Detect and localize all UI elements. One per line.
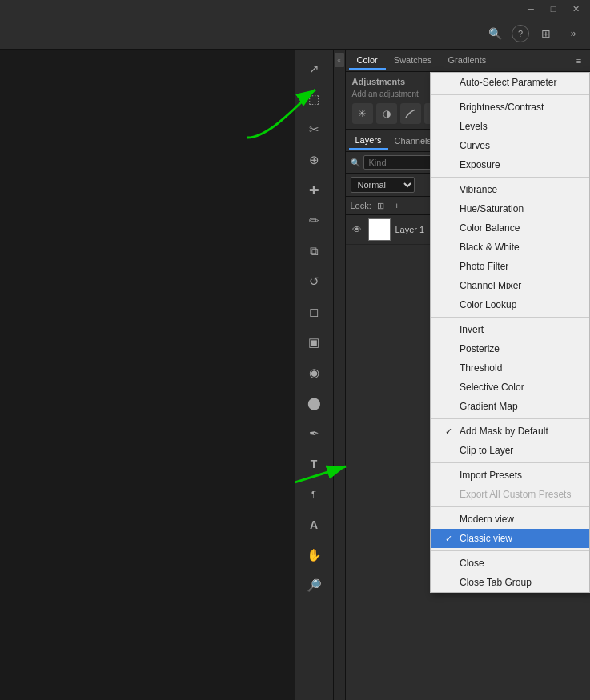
lock-position-icon[interactable]: + [391,199,403,212]
menu-item-text-posterize: Posterize [460,343,575,354]
lasso-tool[interactable]: ⬚ [299,85,328,114]
history-brush-tool[interactable]: ↺ [299,267,328,296]
path-selection-tool[interactable]: ¶ [299,480,328,509]
menu-item-invert[interactable]: Invert [431,320,589,339]
minimize-button[interactable]: ─ [520,0,542,18]
menu-item-text-close-tab-group: Close Tab Group [460,577,575,588]
canvas-area [0,50,295,700]
menu-item-text-curves: Curves [460,140,575,151]
menu-item-text-modern-view: Modern view [460,514,575,525]
menu-item-text-color-lookup: Color Lookup [460,299,575,310]
menu-separator [431,418,589,419]
eraser-tool[interactable]: ◻ [299,298,328,326]
tab-color[interactable]: Color [349,52,386,70]
brightness-adj-icon[interactable]: ☀ [352,103,373,124]
menu-item-text-hue-saturation: Hue/Saturation [460,203,575,214]
menu-separator [431,177,589,178]
menu-separator [431,506,589,507]
menu-item-text-black-white: Black & White [460,242,575,253]
move-tool[interactable]: ↗ [299,54,328,83]
color-panel-tabs: Color Swatches Gradients ≡ [346,50,591,72]
levels-adj-icon[interactable]: ◑ [376,103,397,124]
menu-item-close-tab-group[interactable]: Close Tab Group [431,573,589,592]
eyedropper-tool[interactable]: ⊕ [299,146,328,174]
hand-tool[interactable]: ✋ [299,541,328,570]
help-icon[interactable]: ? [512,25,529,42]
curves-adj-icon[interactable] [400,103,421,124]
blend-mode-select[interactable]: Normal Multiply Screen Overlay [351,177,415,193]
zoom-tool[interactable]: 🔎 [299,571,328,600]
maximize-button[interactable]: □ [542,0,564,18]
top-toolbar: 🔍 ? ⊞ » [0,18,590,50]
search-icon-layers: 🔍 [351,158,360,167]
menu-item-color-balance[interactable]: Color Balance [431,218,589,238]
close-button[interactable]: ✕ [564,0,587,18]
menu-separator [431,94,589,95]
menu-item-text-channel-mixer: Channel Mixer [460,280,575,291]
menu-item-text-photo-filter: Photo Filter [460,261,575,272]
menu-item-text-levels: Levels [460,121,575,132]
menu-item-import-presets[interactable]: Import Presets [431,466,589,485]
menu-item-text-threshold: Threshold [460,362,575,374]
menu-item-modern-view[interactable]: Modern view [431,510,589,529]
menu-item-channel-mixer[interactable]: Channel Mixer [431,276,589,295]
menu-item-text-gradient-map: Gradient Map [460,401,575,412]
lock-label: Lock: [351,201,371,210]
tab-layers[interactable]: Layers [349,132,388,150]
type-tool[interactable]: T [299,450,328,478]
layout-icon[interactable]: ⊞ [536,23,556,44]
menu-separator [431,550,589,551]
context-menu: Auto-Select ParameterBrightness/Contrast… [430,72,590,593]
brush-tool[interactable]: ✏ [299,206,328,235]
menu-item-posterize[interactable]: Posterize [431,339,589,358]
menu-item-text-auto-select: Auto-Select Parameter [460,77,575,88]
menu-item-clip-to-layer[interactable]: Clip to Layer [431,441,589,460]
panels-wrapper: ↗ ⬚ ✂ ⊕ ✚ ✏ ⧉ ↺ ◻ ▣ ◉ ⬤ ✒ T ¶ A ✋ 🔎 « [295,50,591,700]
collapse-button[interactable]: « [335,53,344,67]
menu-item-export-presets: Export All Custom Presets [431,485,589,504]
menu-item-levels[interactable]: Levels [431,117,589,136]
menu-item-black-white[interactable]: Black & White [431,238,589,257]
menu-item-curves[interactable]: Curves [431,136,589,155]
dodge-tool[interactable]: ⬤ [299,389,328,418]
healing-tool[interactable]: ✚ [299,176,328,205]
menu-item-color-lookup[interactable]: Color Lookup [431,295,589,314]
shape-tool[interactable]: A [299,510,328,539]
menu-item-selective-color[interactable]: Selective Color [431,378,589,397]
menu-item-text-exposure: Exposure [460,159,575,170]
menu-item-text-invert: Invert [460,324,575,335]
blur-tool[interactable]: ◉ [299,358,328,387]
menu-item-text-brightness: Brightness/Contrast [460,102,575,113]
menu-check-add-mask: ✓ [445,426,455,437]
tab-gradients[interactable]: Gradients [440,52,495,70]
menu-item-classic-view[interactable]: ✓Classic view [431,529,589,548]
pen-tool[interactable]: ✒ [299,419,328,448]
menu-item-add-mask[interactable]: ✓Add Mask by Default [431,422,589,441]
tab-swatches[interactable]: Swatches [386,52,440,70]
menu-item-text-selective-color: Selective Color [460,382,575,393]
layer-visibility-toggle[interactable]: 👁 [351,223,363,236]
menu-item-vibrance[interactable]: Vibrance [431,180,589,199]
menu-item-gradient-map[interactable]: Gradient Map [431,397,589,416]
menu-item-close[interactable]: Close [431,554,589,573]
menu-item-text-classic-view: Classic view [460,533,575,544]
menu-item-hue-saturation[interactable]: Hue/Saturation [431,199,589,218]
menu-item-text-vibrance: Vibrance [460,184,575,195]
menu-item-brightness[interactable]: Brightness/Contrast [431,98,589,117]
menu-item-text-add-mask: Add Mask by Default [460,426,575,437]
menu-item-exposure[interactable]: Exposure [431,155,589,174]
right-panel: Color Swatches Gradients ≡ Adjustments A… [345,50,591,700]
panel-menu-button[interactable]: ≡ [571,53,587,69]
menu-item-text-export-presets: Export All Custom Presets [460,489,575,500]
left-sidebar: ↗ ⬚ ✂ ⊕ ✚ ✏ ⧉ ↺ ◻ ▣ ◉ ⬤ ✒ T ¶ A ✋ 🔎 [295,50,334,700]
search-icon[interactable]: 🔍 [484,23,505,44]
menu-check-classic-view: ✓ [445,534,455,544]
gradient-tool[interactable]: ▣ [299,328,328,357]
expand-right-icon[interactable]: » [563,23,584,44]
menu-item-auto-select[interactable]: Auto-Select Parameter [431,73,589,92]
lock-pixels-icon[interactable]: ⊞ [375,199,387,212]
menu-item-photo-filter[interactable]: Photo Filter [431,257,589,276]
clone-tool[interactable]: ⧉ [299,237,328,266]
menu-item-threshold[interactable]: Threshold [431,358,589,378]
crop-tool[interactable]: ✂ [299,115,328,144]
